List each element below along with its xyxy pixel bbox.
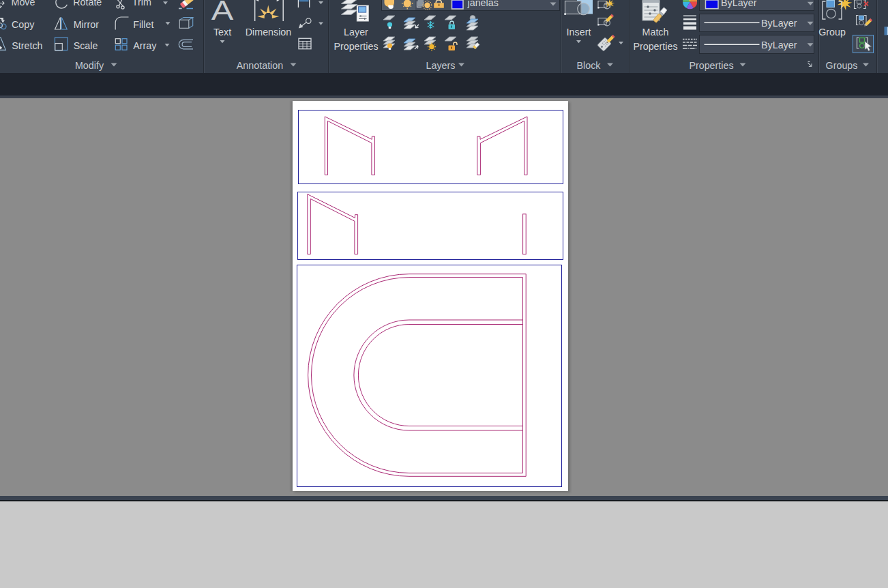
svg-text:A: A xyxy=(211,0,234,25)
